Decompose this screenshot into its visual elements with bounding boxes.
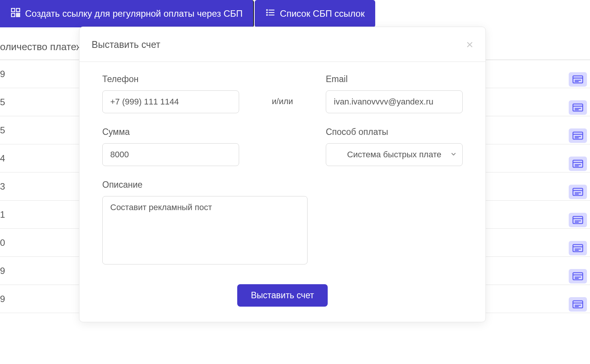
row-action-button[interactable] (569, 213, 587, 227)
description-label: Описание (102, 180, 326, 190)
list-icon (265, 8, 275, 20)
card-icon (573, 75, 583, 84)
card-icon (573, 131, 583, 140)
payment-method-field: Способ оплаты (326, 127, 463, 166)
card-icon (573, 103, 583, 112)
svg-rect-3 (16, 13, 17, 14)
svg-point-7 (266, 9, 268, 11)
phone-label: Телефон (102, 74, 239, 84)
modal-body: Телефон и/или Email Сумма Способ оплаты (79, 62, 485, 281)
payment-method-label: Способ оплаты (326, 127, 463, 137)
amount-input[interactable] (102, 143, 239, 166)
svg-rect-5 (16, 16, 17, 17)
modal-header: Выставить счет × (79, 27, 485, 62)
svg-rect-6 (19, 16, 20, 17)
row-action-button[interactable] (569, 72, 587, 87)
payment-method-select[interactable] (326, 143, 463, 166)
svg-rect-2 (11, 13, 15, 17)
svg-rect-10 (269, 12, 274, 13)
card-icon (573, 188, 583, 196)
close-icon: × (466, 38, 473, 51)
create-sbp-link-label: Создать ссылку для регулярной оплаты чер… (25, 8, 243, 19)
email-input[interactable] (326, 90, 463, 113)
description-textarea[interactable] (102, 196, 308, 264)
row-action-button[interactable] (569, 157, 587, 171)
modal-title: Выставить счет (92, 39, 160, 50)
toolbar: Создать ссылку для регулярной оплаты чер… (0, 0, 590, 27)
svg-point-9 (266, 12, 268, 13)
qr-icon (11, 8, 21, 20)
card-icon (573, 272, 583, 280)
amount-label: Сумма (102, 127, 239, 137)
row-action-button[interactable] (569, 185, 587, 199)
email-label: Email (326, 74, 463, 84)
card-icon (573, 244, 583, 252)
row-action-button[interactable] (569, 100, 587, 115)
row-action-button[interactable] (569, 128, 587, 143)
create-sbp-link-button[interactable]: Создать ссылку для регулярной оплаты чер… (0, 0, 254, 27)
list-sbp-links-label: Список СБП ссылок (280, 8, 365, 19)
submit-invoice-button[interactable]: Выставить счет (237, 284, 328, 307)
row-action-button[interactable] (569, 241, 587, 255)
row-action-button[interactable] (569, 297, 587, 312)
svg-rect-8 (269, 9, 274, 10)
email-field: Email (326, 74, 463, 113)
phone-input[interactable] (102, 90, 239, 113)
card-icon (573, 216, 583, 224)
card-icon (573, 300, 583, 309)
svg-rect-12 (269, 14, 274, 15)
description-field: Описание (102, 180, 326, 266)
row-action-button[interactable] (569, 269, 587, 283)
amount-field: Сумма (102, 127, 239, 166)
svg-point-11 (266, 14, 268, 16)
svg-rect-1 (16, 8, 20, 12)
invoice-modal: Выставить счет × Телефон и/или Email Сум… (79, 27, 486, 322)
phone-field: Телефон (102, 74, 239, 113)
and-or-label: и/или (239, 97, 326, 113)
close-button[interactable]: × (466, 38, 473, 52)
list-sbp-links-button[interactable]: Список СБП ссылок (255, 0, 375, 27)
submit-invoice-label: Выставить счет (251, 290, 314, 300)
svg-rect-0 (11, 8, 15, 12)
svg-rect-4 (19, 13, 20, 14)
card-icon (573, 160, 583, 168)
row-action-icons-column (569, 72, 587, 312)
modal-footer: Выставить счет (79, 281, 485, 322)
